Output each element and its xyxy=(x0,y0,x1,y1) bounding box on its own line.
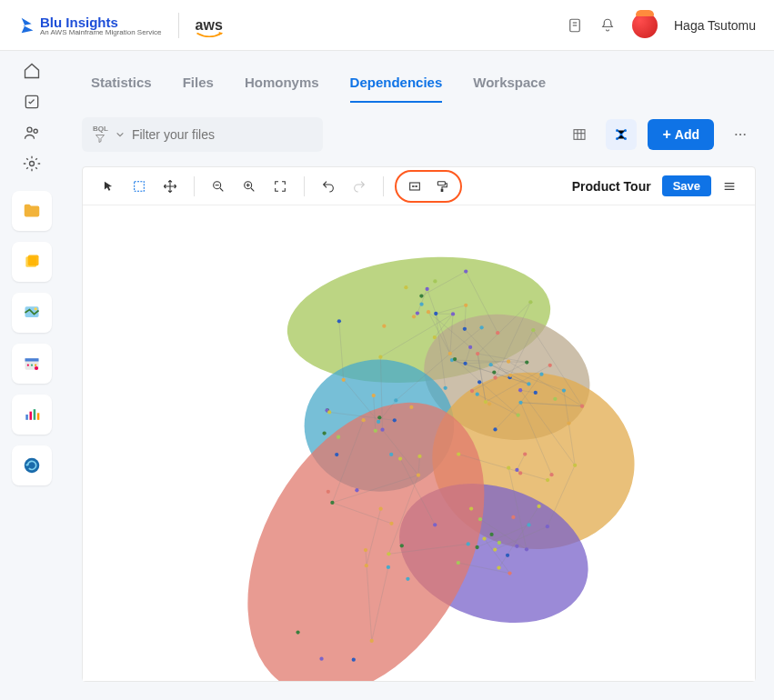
svg-point-231 xyxy=(378,507,382,511)
svg-point-169 xyxy=(527,382,530,385)
aws-logo[interactable]: aws xyxy=(196,17,223,34)
svg-point-150 xyxy=(419,302,423,305)
svg-point-135 xyxy=(496,331,499,335)
svg-point-32 xyxy=(739,134,741,135)
svg-point-237 xyxy=(330,501,334,505)
svg-point-245 xyxy=(387,552,390,555)
home-icon[interactable] xyxy=(23,62,41,80)
svg-point-224 xyxy=(498,541,501,545)
user-name[interactable]: Haga Tsutomu xyxy=(674,18,756,33)
svg-point-14 xyxy=(31,365,33,366)
svg-point-182 xyxy=(409,405,413,409)
table-view-button[interactable] xyxy=(564,119,595,150)
rail-card-refresh[interactable] xyxy=(12,445,52,485)
svg-rect-19 xyxy=(34,409,36,420)
svg-point-147 xyxy=(464,304,467,307)
svg-point-137 xyxy=(378,355,382,359)
svg-point-218 xyxy=(457,561,460,565)
product-tour-button[interactable]: Product Tour xyxy=(572,179,651,194)
svg-point-154 xyxy=(412,315,416,318)
svg-point-241 xyxy=(364,548,367,552)
svg-rect-20 xyxy=(37,413,40,420)
docs-icon[interactable] xyxy=(567,17,583,34)
svg-point-13 xyxy=(27,365,29,366)
group-tool[interactable] xyxy=(402,174,427,199)
svg-point-157 xyxy=(493,375,497,379)
svg-point-219 xyxy=(433,523,437,526)
svg-point-194 xyxy=(398,456,402,460)
save-button[interactable]: Save xyxy=(662,175,711,196)
svg-point-211 xyxy=(562,388,566,392)
zoom-out-icon xyxy=(211,179,226,194)
users-icon[interactable] xyxy=(23,124,41,142)
svg-point-168 xyxy=(493,427,497,431)
svg-point-174 xyxy=(470,389,474,393)
svg-rect-12 xyxy=(25,358,39,361)
svg-point-133 xyxy=(426,287,429,291)
svg-point-221 xyxy=(489,533,493,536)
tab-homonyms[interactable]: Homonyms xyxy=(245,69,319,103)
svg-point-5 xyxy=(34,129,37,133)
header-left: Blu Insights An AWS Mainframe Migration … xyxy=(18,13,223,38)
expand-icon xyxy=(273,179,287,194)
zoom-out-tool[interactable] xyxy=(206,174,231,199)
dependency-graph xyxy=(83,205,755,681)
tab-statistics[interactable]: Statistics xyxy=(91,69,152,103)
graph-view-button[interactable] xyxy=(606,119,637,150)
marquee-icon xyxy=(132,179,146,194)
svg-point-132 xyxy=(464,269,467,273)
rail-card-calendar[interactable] xyxy=(12,344,52,384)
rail-card-folder[interactable] xyxy=(12,191,52,231)
svg-point-172 xyxy=(534,391,538,395)
svg-point-200 xyxy=(523,452,527,455)
fit-tool[interactable] xyxy=(267,174,293,199)
divider xyxy=(178,13,179,38)
svg-point-195 xyxy=(377,420,380,424)
undo-tool[interactable] xyxy=(316,174,341,199)
checklist-icon[interactable] xyxy=(23,93,41,111)
group-icon xyxy=(407,179,422,194)
rail-card-notes[interactable] xyxy=(12,242,52,282)
tab-files[interactable]: Files xyxy=(183,69,214,103)
svg-point-191 xyxy=(337,435,340,439)
rail-card-chart[interactable] xyxy=(12,395,52,435)
svg-point-210 xyxy=(515,468,518,472)
aws-smile-icon xyxy=(196,32,223,39)
svg-point-149 xyxy=(433,335,437,339)
filter-bar[interactable]: BQL xyxy=(82,117,323,152)
pan-tool[interactable] xyxy=(157,174,183,199)
rail-card-map[interactable] xyxy=(12,293,52,333)
svg-point-176 xyxy=(508,374,512,377)
zoom-in-tool[interactable] xyxy=(236,174,262,199)
svg-point-183 xyxy=(322,431,326,435)
logo-blu-insights[interactable]: Blu Insights An AWS Mainframe Migration … xyxy=(18,15,162,36)
svg-point-193 xyxy=(389,453,393,456)
tab-workspace[interactable]: Workspace xyxy=(473,69,546,103)
svg-rect-18 xyxy=(30,412,33,420)
panel-menu-button[interactable] xyxy=(717,174,742,199)
redo-tool[interactable] xyxy=(347,174,372,199)
calendar-icon xyxy=(23,355,41,373)
svg-point-175 xyxy=(444,386,447,390)
svg-point-229 xyxy=(327,490,330,494)
dependency-graph-canvas[interactable] xyxy=(83,205,755,681)
svg-point-156 xyxy=(525,360,528,364)
svg-point-236 xyxy=(365,564,368,567)
svg-point-232 xyxy=(296,630,299,634)
dots-icon xyxy=(733,127,748,142)
select-rect-tool[interactable] xyxy=(126,174,152,199)
paint-tool[interactable] xyxy=(429,174,455,199)
add-button[interactable]: +Add xyxy=(648,119,714,150)
filter-input[interactable] xyxy=(132,127,312,142)
gear-icon[interactable] xyxy=(23,155,41,173)
bell-icon[interactable] xyxy=(599,17,616,34)
svg-point-31 xyxy=(735,134,737,135)
pointer-tool[interactable] xyxy=(95,174,121,199)
more-menu-button[interactable] xyxy=(725,119,756,150)
tab-dependencies[interactable]: Dependencies xyxy=(350,69,443,103)
header-right: Haga Tsutomu xyxy=(567,13,756,38)
svg-point-140 xyxy=(468,345,472,349)
svg-point-171 xyxy=(492,370,496,374)
avatar[interactable] xyxy=(632,13,658,38)
svg-point-205 xyxy=(567,421,570,425)
